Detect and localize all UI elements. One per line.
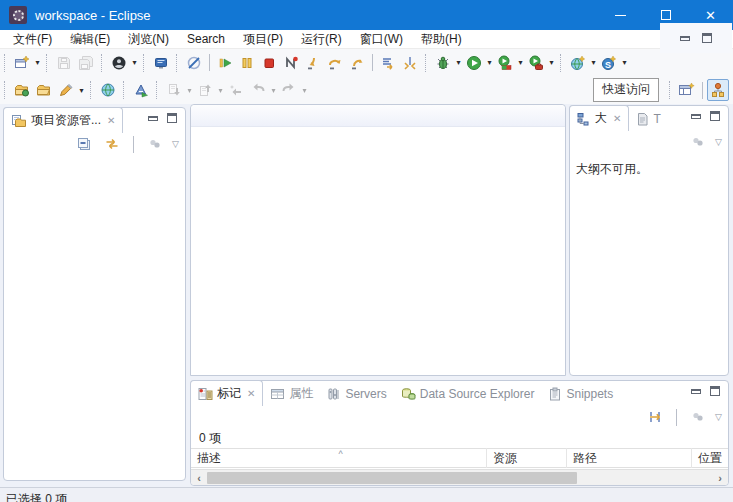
minimize-view-icon[interactable] — [691, 114, 701, 119]
menu-navigate[interactable]: 浏览(N) — [119, 30, 178, 48]
external-tools-button[interactable] — [130, 79, 152, 101]
maximize-view-icon[interactable] — [710, 111, 720, 121]
view-menu-icon[interactable]: ▽ — [715, 137, 722, 147]
next-annotation-caret[interactable]: ▾ — [185, 86, 194, 95]
toolbar-handle — [4, 54, 8, 72]
back-caret[interactable]: ▾ — [269, 86, 278, 95]
tab-snippets[interactable]: Snippets — [541, 381, 620, 406]
scroll-right-icon[interactable]: › — [712, 472, 728, 484]
previous-annotation-caret[interactable]: ▾ — [216, 86, 225, 95]
scroll-left-icon[interactable]: ‹ — [191, 472, 207, 484]
previous-annotation-button[interactable] — [194, 79, 216, 101]
toolbar-handle — [90, 81, 94, 99]
view-menu-icon[interactable]: ▽ — [172, 139, 179, 149]
quick-access-box[interactable]: 快速访问 — [593, 78, 659, 102]
profile-button[interactable] — [525, 52, 547, 74]
step-over-button[interactable] — [324, 52, 346, 74]
menu-file[interactable]: 文件(F) — [4, 30, 61, 48]
pen-caret[interactable]: ▾ — [77, 86, 86, 95]
menu-project[interactable]: 项目(P) — [234, 30, 292, 48]
run-caret[interactable]: ▾ — [485, 58, 494, 67]
tab-close-icon[interactable]: ✕ — [613, 113, 621, 124]
tab-close-icon[interactable]: ✕ — [247, 388, 255, 399]
tab-data-source-explorer[interactable]: Data Source Explorer — [394, 381, 542, 406]
minimize-view-icon[interactable] — [691, 389, 701, 394]
tab-servers[interactable]: Servers — [320, 381, 393, 406]
collapse-all-button[interactable] — [73, 133, 95, 155]
run-button[interactable] — [463, 52, 485, 74]
column-path[interactable]: 路径 — [567, 448, 692, 468]
web-service-client-button[interactable]: S — [598, 52, 620, 74]
save-all-button[interactable] — [75, 52, 97, 74]
menu-search[interactable]: Search — [178, 30, 234, 48]
coverage-button[interactable] — [494, 52, 516, 74]
open-folder-button[interactable] — [33, 79, 55, 101]
next-annotation-button[interactable] — [163, 79, 185, 101]
filter-markers-button[interactable] — [644, 406, 666, 428]
view-menu-icon[interactable]: ▽ — [715, 412, 722, 422]
focus-task-button[interactable] — [687, 131, 709, 153]
step-return-button[interactable] — [346, 52, 368, 74]
back-button[interactable] — [247, 79, 269, 101]
new-wizard-button[interactable] — [11, 52, 33, 74]
new-web-service-caret[interactable]: ▾ — [589, 58, 598, 67]
maximize-view-icon[interactable] — [710, 386, 720, 396]
javaee-perspective-button[interactable] — [707, 79, 729, 101]
pen-icon — [58, 82, 74, 98]
terminate-button[interactable] — [258, 52, 280, 74]
tab-markers[interactable]: 标记 ✕ — [190, 380, 263, 406]
forward-button[interactable] — [278, 79, 300, 101]
disconnect-button[interactable] — [280, 52, 302, 74]
step-into-button[interactable] — [302, 52, 324, 74]
tab-project-explorer[interactable]: 项目资源管... ✕ — [3, 107, 123, 133]
relaunch-button[interactable] — [399, 52, 421, 74]
coverage-caret[interactable]: ▾ — [516, 58, 525, 67]
menu-run[interactable]: 运行(R) — [292, 30, 351, 48]
focus-task-button[interactable] — [687, 406, 709, 428]
forward-caret[interactable]: ▾ — [300, 86, 309, 95]
focus-task-button[interactable] — [144, 133, 166, 155]
open-perspective-button[interactable] — [676, 79, 698, 101]
suspend-button[interactable] — [236, 52, 258, 74]
user-profile-caret[interactable]: ▾ — [130, 58, 139, 67]
profile-caret[interactable]: ▾ — [547, 58, 556, 67]
new-wizard-caret[interactable]: ▾ — [33, 58, 42, 67]
menu-window[interactable]: 窗口(W) — [351, 30, 412, 48]
pen-button[interactable] — [55, 79, 77, 101]
sort-ascending-icon: ^ — [339, 448, 343, 464]
web-service-client-caret[interactable]: ▾ — [620, 58, 629, 67]
new-web-service-button[interactable] — [567, 52, 589, 74]
step-filters-button[interactable] — [377, 52, 399, 74]
tab-task-list[interactable]: T — [629, 106, 667, 131]
open-task-button[interactable] — [11, 79, 33, 101]
web-browser-button[interactable] — [97, 79, 119, 101]
view-toolbar: ▽ — [570, 131, 728, 153]
debug-button[interactable] — [432, 52, 454, 74]
arrow-up-icon — [197, 82, 213, 98]
link-with-editor-button[interactable] — [101, 133, 123, 155]
console-button[interactable] — [150, 52, 172, 74]
minimize-editor-icon[interactable] — [680, 36, 690, 41]
toolbar-handle — [143, 54, 147, 72]
last-edit-location-button[interactable] — [225, 79, 247, 101]
maximize-editor-icon[interactable] — [702, 33, 712, 43]
resume-button[interactable] — [214, 52, 236, 74]
column-resource[interactable]: 资源 — [487, 448, 567, 468]
column-description[interactable]: ^ 描述 — [191, 448, 487, 468]
minimize-view-icon[interactable] — [148, 116, 158, 121]
scrollbar-thumb[interactable] — [207, 472, 577, 484]
menu-edit[interactable]: 编辑(E) — [61, 30, 119, 48]
tab-outline[interactable]: 大 ✕ — [569, 105, 629, 131]
menu-help[interactable]: 帮助(H) — [412, 30, 471, 48]
tab-close-icon[interactable]: ✕ — [107, 115, 115, 126]
user-profile-button[interactable] — [108, 52, 130, 74]
debug-caret[interactable]: ▾ — [454, 58, 463, 67]
tab-properties[interactable]: 属性 — [263, 381, 320, 406]
minimize-button[interactable] — [598, 0, 643, 30]
maximize-view-icon[interactable] — [167, 113, 177, 123]
horizontal-scrollbar[interactable]: ‹ › — [191, 469, 728, 485]
skip-breakpoints-button[interactable] — [183, 52, 205, 74]
column-location[interactable]: 位置 — [692, 448, 728, 468]
save-button[interactable] — [53, 52, 75, 74]
project-explorer-tree[interactable] — [4, 155, 185, 455]
